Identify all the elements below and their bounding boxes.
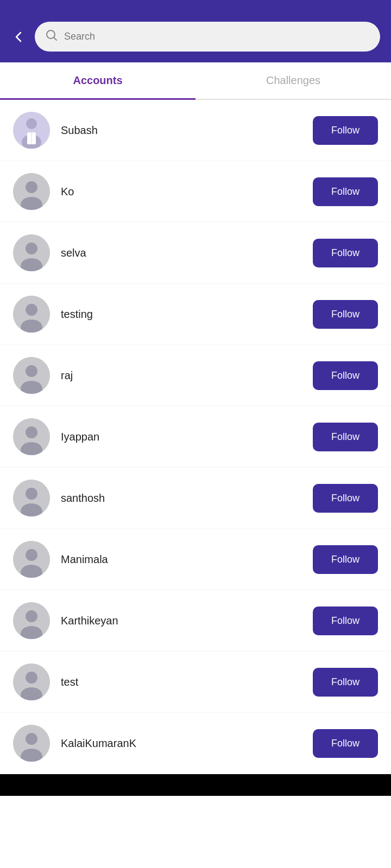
svg-point-34 [26, 733, 37, 745]
avatar [13, 480, 50, 516]
footer-bar [0, 774, 391, 796]
svg-point-16 [26, 365, 37, 377]
list-item: rajFollow [0, 345, 391, 406]
list-item: SubashFollow [0, 100, 391, 161]
svg-point-13 [26, 304, 37, 316]
svg-point-7 [26, 181, 37, 193]
avatar [13, 112, 50, 149]
user-name: testing [61, 308, 302, 321]
avatar [13, 663, 50, 700]
list-item: testFollow [0, 652, 391, 713]
follow-button[interactable]: Follow [313, 361, 378, 390]
search-input[interactable] [64, 31, 369, 42]
list-item: santhoshFollow [0, 468, 391, 529]
user-name: Karthikeyan [61, 615, 302, 627]
user-name: raj [61, 369, 302, 382]
follow-button[interactable]: Follow [313, 607, 378, 635]
svg-point-10 [26, 242, 37, 254]
follow-button[interactable]: Follow [313, 423, 378, 451]
user-name: Iyappan [61, 431, 302, 443]
search-icon [46, 29, 58, 44]
avatar [13, 418, 50, 455]
search-bar[interactable] [35, 22, 380, 52]
avatar [13, 541, 50, 578]
follow-button[interactable]: Follow [313, 668, 378, 697]
list-item: IyappanFollow [0, 406, 391, 468]
svg-point-28 [26, 610, 37, 622]
svg-point-31 [26, 672, 37, 684]
follow-button[interactable]: Follow [313, 545, 378, 574]
svg-point-2 [26, 118, 37, 129]
follow-button[interactable]: Follow [313, 729, 378, 758]
back-button[interactable] [11, 29, 26, 44]
avatar [13, 725, 50, 762]
avatar [13, 357, 50, 394]
avatar [13, 296, 50, 333]
list-item: selvaFollow [0, 222, 391, 284]
svg-point-25 [26, 549, 37, 561]
user-name: Ko [61, 186, 302, 198]
user-name: KalaiKumaranK [61, 737, 302, 750]
user-name: Manimala [61, 553, 302, 566]
list-item: KoFollow [0, 161, 391, 222]
tab-accounts[interactable]: Accounts [0, 62, 195, 99]
avatar [13, 602, 50, 639]
header [0, 0, 391, 62]
accounts-list: SubashFollow KoFollow selvaFollow [0, 100, 391, 774]
svg-point-22 [26, 488, 37, 500]
follow-button[interactable]: Follow [313, 116, 378, 145]
list-item: testingFollow [0, 284, 391, 345]
tabs-bar: Accounts Challenges [0, 62, 391, 100]
avatar [13, 234, 50, 271]
follow-button[interactable]: Follow [313, 177, 378, 206]
tab-challenges[interactable]: Challenges [195, 62, 391, 99]
svg-point-19 [26, 426, 37, 438]
user-name: selva [61, 247, 302, 259]
follow-button[interactable]: Follow [313, 239, 378, 267]
list-item: ManimalaFollow [0, 529, 391, 590]
follow-button[interactable]: Follow [313, 484, 378, 513]
user-name: santhosh [61, 492, 302, 505]
list-item: KalaiKumaranKFollow [0, 713, 391, 774]
follow-button[interactable]: Follow [313, 300, 378, 329]
avatar [13, 173, 50, 210]
user-name: test [61, 676, 302, 688]
user-name: Subash [61, 124, 302, 137]
list-item: KarthikeyanFollow [0, 590, 391, 652]
